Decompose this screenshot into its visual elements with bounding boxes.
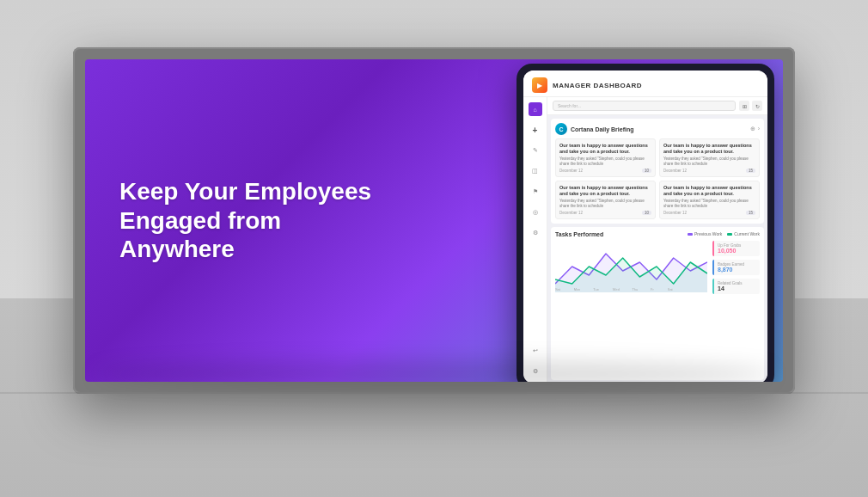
legend-previous-dot	[688, 233, 693, 236]
chart-area: Sat Mon Tue Wed Thu Fr Sat	[555, 241, 760, 294]
card-4-title: Our team is happy to answer questions an…	[663, 185, 755, 197]
cortana-header: C Cortana Daily Briefing ⊕ ›	[555, 123, 760, 135]
headline: Keep Your Employees Engaged from Anywher…	[119, 177, 456, 264]
headline-line3: Anywhere	[119, 235, 456, 264]
dashboard-logo	[532, 77, 547, 93]
refresh-icon-btn[interactable]: ↻	[752, 101, 762, 111]
card-3-badge: 10	[642, 211, 651, 215]
floor-line	[0, 392, 868, 394]
legend-current-label: Current Work	[734, 231, 760, 236]
card-4-text: Yesterday they asked "Stephen, could you…	[663, 199, 755, 209]
card-2-date: December 12	[663, 169, 687, 173]
search-bar: Search for... ⊞ ↻	[547, 97, 767, 115]
room: Keep Your Employees Engaged from Anywher…	[0, 0, 868, 497]
stat-up-for-grabs: Up For Grabs 10,050	[712, 241, 760, 256]
sidebar-icon-add[interactable]: +	[529, 123, 542, 137]
legend-current: Current Work	[727, 231, 760, 236]
chart-section: Tasks Performed Previous Work	[551, 227, 764, 380]
svg-text:Wed: Wed	[613, 287, 620, 291]
sidebar-icon-edit[interactable]: ✎	[529, 144, 542, 157]
tablet-device: MANAGER DASHBOARD ⌂ + ✎ ◫ ⚑ ◎ ⚙	[517, 64, 774, 382]
legend-current-dot	[727, 233, 732, 236]
card-1-text: Yesterday they asked "Stephen, could you…	[559, 156, 651, 167]
cortana-title: Cortana Daily Briefing	[571, 126, 747, 132]
sidebar-icon-home[interactable]: ⌂	[529, 102, 542, 116]
svg-text:Sat: Sat	[668, 287, 674, 291]
card-1-title: Our team is happy to answer questions an…	[559, 143, 651, 155]
svg-text:Mon: Mon	[574, 287, 581, 291]
search-placeholder: Search for...	[558, 103, 581, 108]
sidebar-icon-logout[interactable]: ↩	[529, 344, 542, 358]
headline-line2: Engaged from	[119, 206, 456, 236]
card-2-title: Our team is happy to answer questions an…	[663, 143, 755, 155]
chart-stats: Up For Grabs 10,050 Badges Earned 8,870	[712, 241, 760, 294]
sidebar: ⌂ + ✎ ◫ ⚑ ◎ ⚙ ↩ ⚙	[523, 97, 547, 382]
billboard: Keep Your Employees Engaged from Anywher…	[85, 59, 783, 382]
card-3-date: December 12	[559, 211, 583, 215]
card-1-badge: 10	[642, 169, 651, 173]
display-frame: Keep Your Employees Engaged from Anywher…	[73, 47, 795, 394]
legend-previous-label: Previous Work	[694, 231, 722, 236]
cortana-section: C Cortana Daily Briefing ⊕ ›	[551, 119, 764, 224]
stat-badges-earned: Badges Earned 8,870	[712, 260, 760, 275]
legend-previous: Previous Work	[688, 231, 722, 236]
chart-title: Tasks Performed	[555, 231, 603, 237]
cortana-more-icon[interactable]: ›	[758, 126, 760, 132]
chart-legend: Previous Work Current Work	[688, 231, 760, 236]
stat-badges-value: 8,870	[718, 267, 756, 273]
card-3-footer: December 12 10	[559, 211, 651, 215]
search-icons: ⊞ ↻	[739, 101, 762, 111]
card-2-footer: December 12 15	[663, 169, 755, 173]
sidebar-icon-calendar[interactable]: ◫	[529, 164, 542, 178]
card-1-footer: December 12 10	[559, 169, 651, 173]
headline-line1: Keep Your Employees	[119, 177, 456, 206]
dashboard-header: MANAGER DASHBOARD	[523, 71, 767, 97]
chart-header: Tasks Performed Previous Work	[555, 231, 760, 237]
stat-related-goals: Related Goals 14	[712, 279, 760, 294]
frame-shadow	[95, 361, 773, 387]
card-2-badge: 15	[746, 169, 755, 173]
svg-text:Tue: Tue	[593, 287, 599, 291]
tablet-screen: MANAGER DASHBOARD ⌂ + ✎ ◫ ⚑ ◎ ⚙	[523, 71, 767, 382]
dashboard-content: ⌂ + ✎ ◫ ⚑ ◎ ⚙ ↩ ⚙	[523, 97, 767, 382]
svg-text:Thu: Thu	[632, 287, 638, 291]
filter-icon-btn[interactable]: ⊞	[739, 101, 749, 111]
cortana-logo: C	[555, 123, 567, 135]
sidebar-icon-settings[interactable]: ⚙	[529, 226, 542, 240]
cortana-actions: ⊕ ›	[750, 126, 760, 132]
card-4-badge: 15	[746, 211, 755, 215]
stat-goals-value: 14	[718, 285, 756, 291]
card-4-footer: December 12 15	[663, 211, 755, 215]
cortana-card-3: Our team is happy to answer questions an…	[555, 181, 656, 219]
card-3-text: Yesterday they asked "Stephen, could you…	[559, 199, 651, 209]
dashboard-title: MANAGER DASHBOARD	[553, 82, 759, 89]
stat-up-value: 10,050	[718, 248, 756, 254]
card-2-text: Yesterday they asked "Stephen, could you…	[663, 156, 755, 167]
card-3-title: Our team is happy to answer questions an…	[559, 185, 651, 197]
card-1-date: December 12	[559, 169, 583, 173]
search-input[interactable]: Search for...	[553, 101, 736, 111]
cortana-card-1: Our team is happy to answer questions an…	[555, 138, 656, 177]
chart-svg: Sat Mon Tue Wed Thu Fr Sat	[555, 241, 707, 292]
left-content: Keep Your Employees Engaged from Anywher…	[85, 59, 491, 382]
main-panel: Search for... ⊞ ↻	[547, 97, 767, 382]
cortana-cards-grid: Our team is happy to answer questions an…	[555, 138, 760, 219]
cortana-expand-icon[interactable]: ⊕	[750, 126, 755, 132]
card-4-date: December 12	[663, 211, 687, 215]
cortana-card-4: Our team is happy to answer questions an…	[659, 181, 760, 219]
svg-text:Sat: Sat	[555, 287, 561, 291]
sidebar-icon-people[interactable]: ◎	[529, 206, 542, 219]
cortana-card-2: Our team is happy to answer questions an…	[659, 138, 760, 177]
sidebar-icon-flag[interactable]: ⚑	[529, 185, 542, 199]
right-content: MANAGER DASHBOARD ⌂ + ✎ ◫ ⚑ ◎ ⚙	[491, 59, 783, 382]
